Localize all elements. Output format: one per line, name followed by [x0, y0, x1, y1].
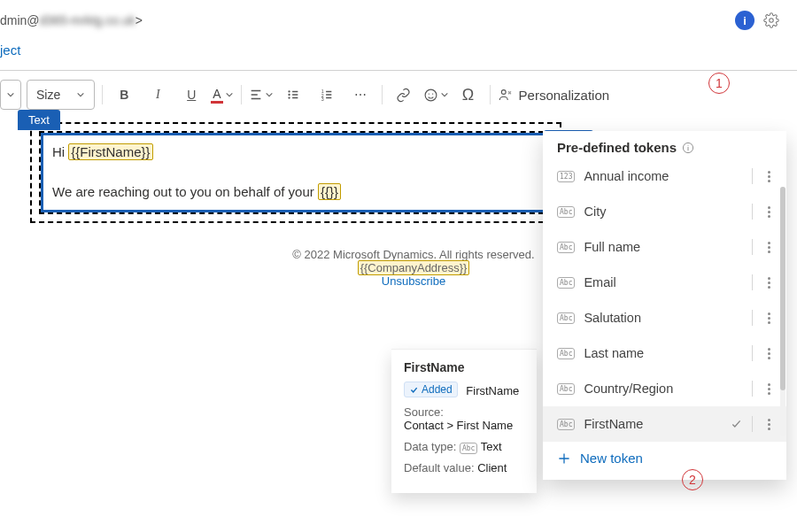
link-button[interactable] [390, 81, 418, 109]
personalization-button[interactable]: Personalization [498, 87, 610, 103]
token-detail-title: FirstName [404, 360, 524, 374]
font-size-select[interactable]: Size [27, 80, 95, 110]
token-label: Annual income [584, 169, 743, 183]
empty-token[interactable]: {{}} [318, 183, 341, 200]
token-detail-card: FirstName Added FirstName Source:Contact… [391, 349, 537, 493]
block-type-pill[interactable]: Text [18, 110, 60, 130]
token-item[interactable]: AbcCity [543, 194, 786, 229]
type-icon: Abc [557, 383, 575, 395]
from-address: dmin@d365-mrktg.co.uk> [0, 13, 728, 27]
tokens-panel-title: Pre-defined tokens [557, 140, 786, 155]
new-token-button[interactable]: New token [543, 442, 786, 474]
type-icon: Abc [557, 242, 575, 253]
tokens-panel: Pre-defined tokens 123Annual incomeAbcCi… [543, 131, 786, 480]
type-icon: Abc [557, 419, 575, 430]
unsubscribe-link[interactable]: Unsubscribe [382, 274, 445, 288]
align-button[interactable] [249, 88, 274, 102]
outer-selection: Text Hi {{FirstName}} We are reaching ou… [30, 122, 561, 223]
token-label: Email [584, 275, 743, 289]
token-item[interactable]: AbcFull name [543, 229, 786, 265]
token-label: Last name [584, 346, 743, 360]
token-item[interactable]: 123Annual income [543, 158, 786, 194]
svg-point-10 [501, 90, 506, 95]
type-icon: Abc [557, 312, 575, 324]
type-icon: 123 [557, 171, 575, 182]
more-icon[interactable] [762, 419, 776, 430]
tokens-list[interactable]: 123Annual incomeAbcCityAbcFull nameAbcEm… [543, 158, 786, 442]
underline-button[interactable]: U [177, 81, 205, 109]
font-family-select[interactable] [0, 80, 21, 110]
callout-1: 1 [708, 73, 730, 94]
token-label: Full name [584, 240, 743, 254]
svg-point-0 [770, 19, 774, 23]
text-block-selection[interactable]: Hi {{FirstName}} We are reaching out to … [39, 131, 553, 214]
svg-point-8 [428, 93, 429, 94]
callout-2: 2 [682, 469, 703, 490]
token-label: Salutation [584, 311, 743, 325]
subject-field[interactable]: ject [0, 39, 797, 70]
check-icon [730, 418, 743, 431]
svg-point-9 [431, 93, 432, 94]
firstname-token[interactable]: {{FirstName}} [68, 143, 152, 160]
font-color-button[interactable]: A [211, 87, 233, 104]
token-item[interactable]: AbcLast name [543, 335, 786, 371]
token-label: FirstName [584, 417, 721, 431]
emoji-button[interactable] [423, 88, 449, 103]
svg-point-1 [288, 90, 290, 92]
more-icon[interactable] [762, 242, 776, 253]
rich-text-toolbar: Size B I U A 123 ⋯ Ω Personalization [0, 71, 797, 119]
added-badge: Added [404, 382, 458, 397]
header-bar: dmin@d365-mrktg.co.uk> i [0, 0, 797, 39]
type-icon: Abc [557, 348, 575, 359]
bold-button[interactable]: B [110, 81, 138, 109]
token-item[interactable]: AbcFirstName [543, 406, 786, 442]
svg-point-2 [288, 94, 290, 96]
token-item[interactable]: AbcCountry/Region [543, 371, 786, 406]
email-body[interactable]: Hi {{FirstName}} We are reaching out to … [41, 133, 551, 212]
token-item[interactable]: AbcSalutation [543, 300, 786, 335]
info-icon[interactable]: i [735, 11, 754, 30]
more-format-button[interactable]: ⋯ [346, 81, 375, 109]
token-label: City [584, 204, 743, 219]
more-icon[interactable] [762, 348, 776, 359]
more-icon[interactable] [762, 171, 776, 182]
italic-button[interactable]: I [143, 81, 172, 109]
more-icon[interactable] [762, 206, 776, 218]
svg-point-7 [425, 89, 437, 101]
symbol-button[interactable]: Ω [454, 81, 483, 109]
type-icon: Abc [557, 206, 575, 218]
svg-text:3: 3 [321, 96, 323, 102]
more-icon[interactable] [762, 312, 776, 324]
number-list-button[interactable]: 123 [313, 81, 341, 109]
type-icon: Abc [557, 277, 575, 289]
scrollbar-thumb[interactable] [780, 187, 785, 390]
token-label: Country/Region [584, 382, 743, 396]
company-address-token[interactable]: {{CompanyAddress}} [358, 260, 470, 275]
svg-point-3 [288, 96, 290, 98]
gear-icon[interactable] [762, 11, 781, 30]
bullet-list-button[interactable] [279, 81, 307, 109]
more-icon[interactable] [762, 277, 776, 289]
more-icon[interactable] [762, 383, 776, 395]
token-item[interactable]: AbcEmail [543, 265, 786, 300]
